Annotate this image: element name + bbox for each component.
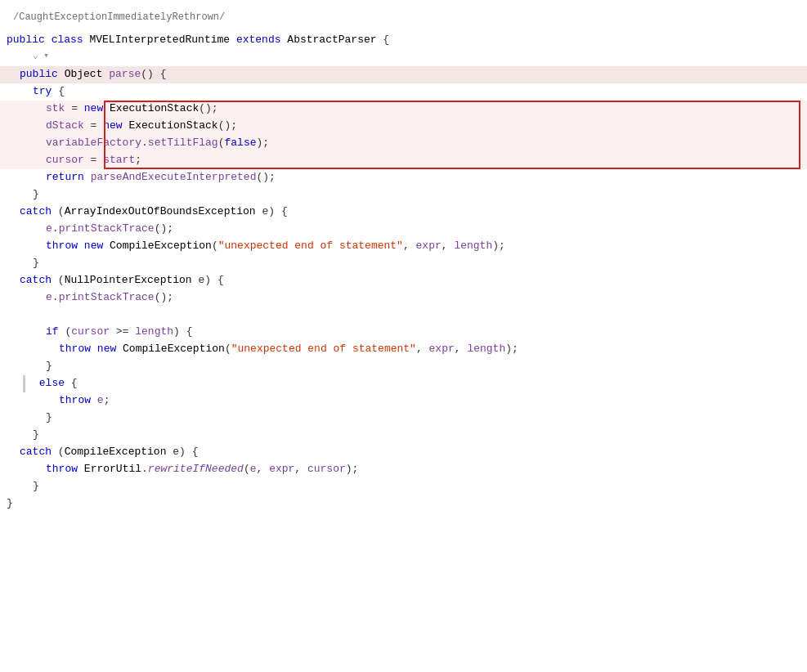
try-line: try {: [0, 83, 807, 101]
catch-compile-close-line: }: [0, 478, 807, 495]
catch-compile-line: catch (CompileException e) {: [0, 444, 807, 461]
method-close: }: [7, 495, 800, 513]
catch-compile-close: }: [33, 478, 800, 495]
else-left-bar: [23, 375, 25, 392]
blank-line-1: [0, 307, 807, 324]
dstack-assignment: dStack = new ExecutionStack();: [46, 118, 800, 135]
throw-compile-exception-1: throw new CompileException("unexpected e…: [46, 238, 800, 255]
highlighted-block: stk = new ExecutionStack(); dStack = new…: [0, 101, 807, 169]
if-cursor-line: if (cursor >= length) {: [0, 324, 807, 341]
catch-array: catch (ArrayIndexOutOfBoundsException e)…: [20, 204, 800, 221]
stk-assignment: stk = new ExecutionStack();: [46, 101, 800, 118]
print-stack-trace-2-line: e.printStackTrace();: [0, 289, 807, 307]
throw-compile-exception-1-line: throw new CompileException("unexpected e…: [0, 238, 807, 255]
catch-npe-close: }: [33, 427, 800, 444]
class-declaration-line: public class MVELInterpretedRuntime exte…: [0, 32, 807, 49]
throw-error-util-line: throw ErrorUtil.rewriteIfNeeded(e, expr,…: [0, 461, 807, 478]
throw-e-line: throw e;: [0, 392, 807, 410]
if-cursor: if (cursor >= length) {: [46, 324, 800, 341]
throw-compile-exception-2: throw new CompileException("unexpected e…: [59, 341, 800, 358]
try-close-line: }: [0, 186, 807, 204]
else-keyword: else {: [33, 375, 800, 392]
throw-compile-exception-2-line: throw new CompileException("unexpected e…: [0, 341, 807, 358]
catch-array-close: }: [33, 255, 800, 272]
collapse-arrow-line[interactable]: ⌄ ▾: [0, 49, 807, 66]
method-signature-line: public Object parse() {: [0, 66, 807, 83]
else-line: else {: [0, 375, 807, 392]
variable-factory-call: variableFactory.setTiltFlag(false);: [46, 135, 800, 152]
try-keyword: try {: [33, 83, 800, 101]
throw-e: throw e;: [59, 392, 800, 410]
catch-array-line: catch (ArrayIndexOutOfBoundsException e)…: [0, 204, 807, 221]
if-close: }: [46, 358, 800, 375]
print-stack-trace-1: e.printStackTrace();: [46, 221, 800, 238]
return-statement: return parseAndExecuteInterpreted();: [46, 169, 800, 186]
class-declaration: public class MVELInterpretedRuntime exte…: [7, 32, 800, 49]
code-container: /CaughtExceptionImmediatelyRethrown/ pub…: [0, 0, 807, 519]
collapse-icon[interactable]: ⌄ ▾: [33, 49, 49, 64]
catch-array-close-line: }: [0, 255, 807, 272]
cursor-line: cursor = start;: [0, 152, 807, 169]
dstack-line: dStack = new ExecutionStack();: [0, 118, 807, 135]
catch-npe-line: catch (NullPointerException e) {: [0, 272, 807, 289]
else-inner-close-line: }: [0, 410, 807, 427]
catch-npe-close-line: }: [0, 427, 807, 444]
else-inner-close: }: [46, 410, 800, 427]
method-signature: public Object parse() {: [20, 66, 800, 83]
try-close-brace: }: [33, 186, 800, 204]
return-line: return parseAndExecuteInterpreted();: [0, 169, 807, 186]
cursor-assignment: cursor = start;: [46, 152, 800, 169]
print-stack-trace-1-line: e.printStackTrace();: [0, 221, 807, 238]
throw-error-util: throw ErrorUtil.rewriteIfNeeded(e, expr,…: [46, 461, 800, 478]
print-stack-trace-2: e.printStackTrace();: [46, 289, 800, 307]
stk-line: stk = new ExecutionStack();: [0, 101, 807, 118]
breadcrumb: /CaughtExceptionImmediatelyRethrown/: [0, 7, 807, 32]
catch-compile: catch (CompileException e) {: [20, 444, 800, 461]
blank-1: [7, 307, 800, 324]
method-close-line: }: [0, 495, 807, 513]
if-close-line: }: [0, 358, 807, 375]
catch-npe: catch (NullPointerException e) {: [20, 272, 800, 289]
variable-factory-line: variableFactory.setTiltFlag(false);: [0, 135, 807, 152]
